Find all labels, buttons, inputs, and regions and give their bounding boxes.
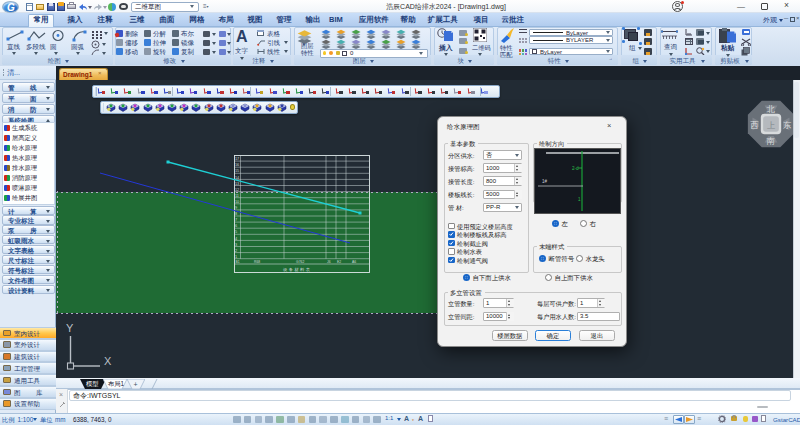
svg-text:2-d: 2-d: [572, 166, 579, 171]
svg-text:X: X: [104, 355, 112, 367]
svg-text:上: 上: [767, 120, 776, 130]
svg-text:+: +: [134, 380, 138, 387]
svg-text:Y: Y: [66, 322, 74, 334]
svg-text:西: 西: [750, 120, 758, 130]
svg-text:南: 南: [766, 136, 775, 146]
svg-text:北: 北: [766, 104, 775, 114]
svg-text:1#: 1#: [542, 179, 548, 184]
svg-text:东: 东: [783, 120, 791, 130]
svg-text:1: 1: [578, 197, 581, 202]
